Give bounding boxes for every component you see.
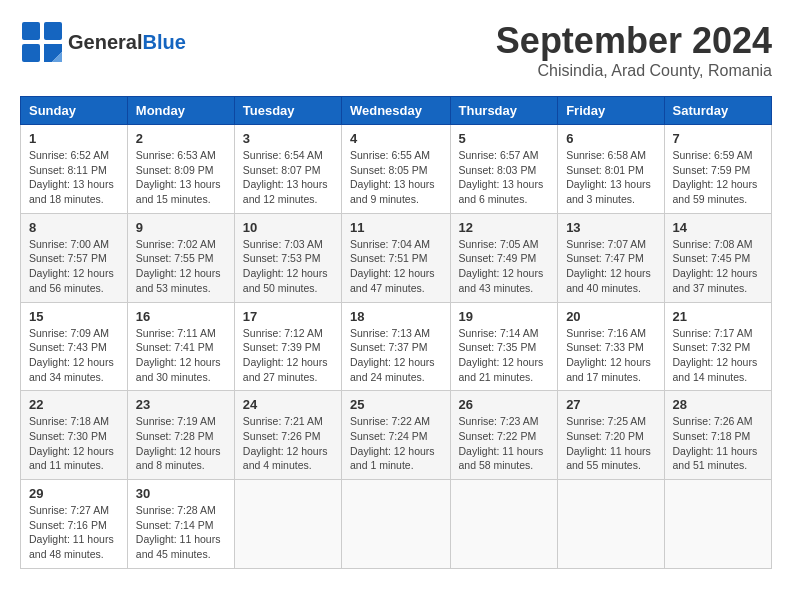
logo-icon xyxy=(20,20,64,64)
day-detail: Sunrise: 7:14 AM Sunset: 7:35 PM Dayligh… xyxy=(459,326,550,385)
day-detail: Sunrise: 6:53 AM Sunset: 8:09 PM Dayligh… xyxy=(136,148,226,207)
calendar-day-cell: 13Sunrise: 7:07 AM Sunset: 7:47 PM Dayli… xyxy=(558,213,664,302)
logo: GeneralBlue xyxy=(20,20,186,64)
calendar-week-row: 15Sunrise: 7:09 AM Sunset: 7:43 PM Dayli… xyxy=(21,302,772,391)
day-number: 2 xyxy=(136,131,226,146)
page-title: September 2024 xyxy=(496,20,772,62)
day-detail: Sunrise: 7:27 AM Sunset: 7:16 PM Dayligh… xyxy=(29,503,119,562)
day-of-week-header: Monday xyxy=(127,97,234,125)
day-detail: Sunrise: 7:11 AM Sunset: 7:41 PM Dayligh… xyxy=(136,326,226,385)
day-detail: Sunrise: 7:07 AM Sunset: 7:47 PM Dayligh… xyxy=(566,237,655,296)
day-number: 23 xyxy=(136,397,226,412)
day-number: 22 xyxy=(29,397,119,412)
day-detail: Sunrise: 6:54 AM Sunset: 8:07 PM Dayligh… xyxy=(243,148,333,207)
day-detail: Sunrise: 7:26 AM Sunset: 7:18 PM Dayligh… xyxy=(673,414,763,473)
svg-rect-1 xyxy=(44,22,62,40)
day-number: 14 xyxy=(673,220,763,235)
day-number: 17 xyxy=(243,309,333,324)
calendar-day-cell: 23Sunrise: 7:19 AM Sunset: 7:28 PM Dayli… xyxy=(127,391,234,480)
day-number: 3 xyxy=(243,131,333,146)
day-detail: Sunrise: 6:58 AM Sunset: 8:01 PM Dayligh… xyxy=(566,148,655,207)
day-number: 11 xyxy=(350,220,442,235)
day-number: 10 xyxy=(243,220,333,235)
day-detail: Sunrise: 6:52 AM Sunset: 8:11 PM Dayligh… xyxy=(29,148,119,207)
day-number: 29 xyxy=(29,486,119,501)
day-detail: Sunrise: 7:08 AM Sunset: 7:45 PM Dayligh… xyxy=(673,237,763,296)
day-number: 13 xyxy=(566,220,655,235)
day-detail: Sunrise: 7:00 AM Sunset: 7:57 PM Dayligh… xyxy=(29,237,119,296)
day-detail: Sunrise: 7:02 AM Sunset: 7:55 PM Dayligh… xyxy=(136,237,226,296)
day-number: 30 xyxy=(136,486,226,501)
day-number: 15 xyxy=(29,309,119,324)
calendar-day-cell: 20Sunrise: 7:16 AM Sunset: 7:33 PM Dayli… xyxy=(558,302,664,391)
day-detail: Sunrise: 6:55 AM Sunset: 8:05 PM Dayligh… xyxy=(350,148,442,207)
day-number: 24 xyxy=(243,397,333,412)
calendar-day-cell xyxy=(450,480,558,569)
calendar-week-row: 22Sunrise: 7:18 AM Sunset: 7:30 PM Dayli… xyxy=(21,391,772,480)
calendar-day-cell: 10Sunrise: 7:03 AM Sunset: 7:53 PM Dayli… xyxy=(234,213,341,302)
calendar-day-cell: 25Sunrise: 7:22 AM Sunset: 7:24 PM Dayli… xyxy=(341,391,450,480)
calendar-header-row: SundayMondayTuesdayWednesdayThursdayFrid… xyxy=(21,97,772,125)
calendar-week-row: 29Sunrise: 7:27 AM Sunset: 7:16 PM Dayli… xyxy=(21,480,772,569)
day-number: 27 xyxy=(566,397,655,412)
day-number: 1 xyxy=(29,131,119,146)
day-detail: Sunrise: 7:23 AM Sunset: 7:22 PM Dayligh… xyxy=(459,414,550,473)
day-detail: Sunrise: 7:21 AM Sunset: 7:26 PM Dayligh… xyxy=(243,414,333,473)
day-number: 4 xyxy=(350,131,442,146)
calendar-day-cell: 27Sunrise: 7:25 AM Sunset: 7:20 PM Dayli… xyxy=(558,391,664,480)
calendar-day-cell: 8Sunrise: 7:00 AM Sunset: 7:57 PM Daylig… xyxy=(21,213,128,302)
day-of-week-header: Friday xyxy=(558,97,664,125)
calendar-table: SundayMondayTuesdayWednesdayThursdayFrid… xyxy=(20,96,772,569)
day-number: 26 xyxy=(459,397,550,412)
calendar-day-cell: 19Sunrise: 7:14 AM Sunset: 7:35 PM Dayli… xyxy=(450,302,558,391)
day-detail: Sunrise: 7:03 AM Sunset: 7:53 PM Dayligh… xyxy=(243,237,333,296)
day-detail: Sunrise: 7:09 AM Sunset: 7:43 PM Dayligh… xyxy=(29,326,119,385)
calendar-day-cell: 30Sunrise: 7:28 AM Sunset: 7:14 PM Dayli… xyxy=(127,480,234,569)
day-detail: Sunrise: 7:22 AM Sunset: 7:24 PM Dayligh… xyxy=(350,414,442,473)
day-detail: Sunrise: 7:17 AM Sunset: 7:32 PM Dayligh… xyxy=(673,326,763,385)
logo-blue: Blue xyxy=(142,31,185,53)
calendar-day-cell: 4Sunrise: 6:55 AM Sunset: 8:05 PM Daylig… xyxy=(341,125,450,214)
day-number: 7 xyxy=(673,131,763,146)
calendar-day-cell: 26Sunrise: 7:23 AM Sunset: 7:22 PM Dayli… xyxy=(450,391,558,480)
day-detail: Sunrise: 7:04 AM Sunset: 7:51 PM Dayligh… xyxy=(350,237,442,296)
calendar-day-cell xyxy=(341,480,450,569)
day-detail: Sunrise: 7:19 AM Sunset: 7:28 PM Dayligh… xyxy=(136,414,226,473)
day-number: 28 xyxy=(673,397,763,412)
calendar-week-row: 1Sunrise: 6:52 AM Sunset: 8:11 PM Daylig… xyxy=(21,125,772,214)
logo-general: General xyxy=(68,31,142,53)
day-number: 5 xyxy=(459,131,550,146)
day-detail: Sunrise: 7:16 AM Sunset: 7:33 PM Dayligh… xyxy=(566,326,655,385)
day-of-week-header: Wednesday xyxy=(341,97,450,125)
day-detail: Sunrise: 6:57 AM Sunset: 8:03 PM Dayligh… xyxy=(459,148,550,207)
day-number: 25 xyxy=(350,397,442,412)
day-number: 6 xyxy=(566,131,655,146)
svg-rect-2 xyxy=(22,44,40,62)
calendar-day-cell: 15Sunrise: 7:09 AM Sunset: 7:43 PM Dayli… xyxy=(21,302,128,391)
calendar-day-cell: 3Sunrise: 6:54 AM Sunset: 8:07 PM Daylig… xyxy=(234,125,341,214)
calendar-day-cell: 17Sunrise: 7:12 AM Sunset: 7:39 PM Dayli… xyxy=(234,302,341,391)
page-header: GeneralBlue September 2024 Chisindia, Ar… xyxy=(20,20,772,80)
calendar-week-row: 8Sunrise: 7:00 AM Sunset: 7:57 PM Daylig… xyxy=(21,213,772,302)
day-detail: Sunrise: 7:25 AM Sunset: 7:20 PM Dayligh… xyxy=(566,414,655,473)
day-detail: Sunrise: 7:12 AM Sunset: 7:39 PM Dayligh… xyxy=(243,326,333,385)
calendar-day-cell: 16Sunrise: 7:11 AM Sunset: 7:41 PM Dayli… xyxy=(127,302,234,391)
calendar-day-cell: 7Sunrise: 6:59 AM Sunset: 7:59 PM Daylig… xyxy=(664,125,771,214)
calendar-day-cell: 22Sunrise: 7:18 AM Sunset: 7:30 PM Dayli… xyxy=(21,391,128,480)
day-of-week-header: Saturday xyxy=(664,97,771,125)
calendar-day-cell: 1Sunrise: 6:52 AM Sunset: 8:11 PM Daylig… xyxy=(21,125,128,214)
calendar-day-cell: 6Sunrise: 6:58 AM Sunset: 8:01 PM Daylig… xyxy=(558,125,664,214)
calendar-day-cell: 11Sunrise: 7:04 AM Sunset: 7:51 PM Dayli… xyxy=(341,213,450,302)
calendar-day-cell: 2Sunrise: 6:53 AM Sunset: 8:09 PM Daylig… xyxy=(127,125,234,214)
day-detail: Sunrise: 7:18 AM Sunset: 7:30 PM Dayligh… xyxy=(29,414,119,473)
day-of-week-header: Sunday xyxy=(21,97,128,125)
day-number: 9 xyxy=(136,220,226,235)
calendar-day-cell: 24Sunrise: 7:21 AM Sunset: 7:26 PM Dayli… xyxy=(234,391,341,480)
calendar-day-cell xyxy=(558,480,664,569)
day-detail: Sunrise: 7:05 AM Sunset: 7:49 PM Dayligh… xyxy=(459,237,550,296)
calendar-day-cell xyxy=(664,480,771,569)
day-number: 12 xyxy=(459,220,550,235)
calendar-day-cell: 14Sunrise: 7:08 AM Sunset: 7:45 PM Dayli… xyxy=(664,213,771,302)
day-number: 18 xyxy=(350,309,442,324)
day-of-week-header: Tuesday xyxy=(234,97,341,125)
